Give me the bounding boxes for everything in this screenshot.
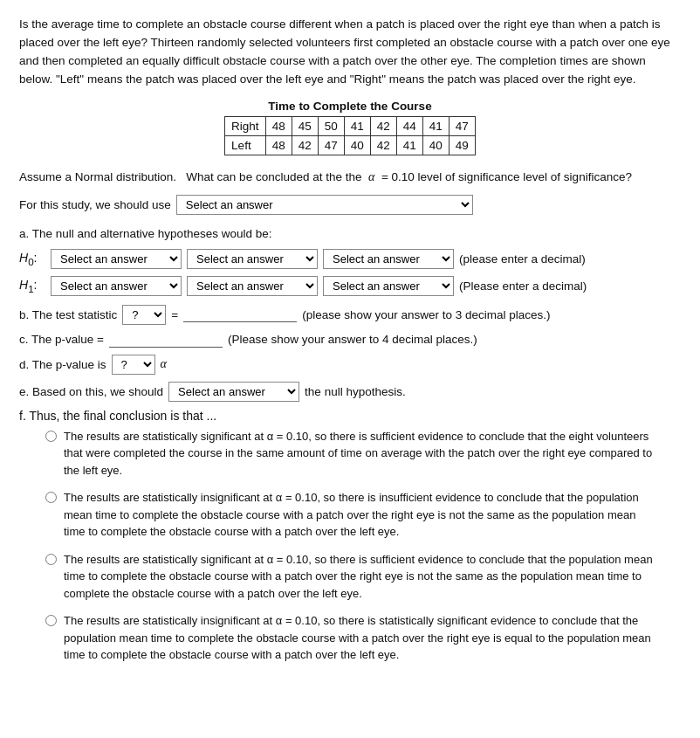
pvalue-input[interactable] xyxy=(109,332,223,348)
h0-label: H0: xyxy=(19,251,45,267)
radio-opt2-label[interactable]: The results are statistically insignific… xyxy=(64,489,657,541)
right-val-4: 41 xyxy=(344,116,370,135)
section-e-suffix: the null hypothesis. xyxy=(305,385,406,398)
section-e-label: e. Based on this, we should xyxy=(19,385,163,398)
null-hyp-select[interactable]: Select an answer reject fail to reject a… xyxy=(168,382,299,402)
right-val-5: 42 xyxy=(370,116,396,135)
h1-note: (Please enter a decimal) xyxy=(459,279,587,293)
left-val-5: 42 xyxy=(370,135,396,155)
normal-dist-text3: = 0.10 level of significance level of si… xyxy=(381,170,632,183)
normal-dist-text2: What can be concluded at the the xyxy=(186,170,361,183)
h1-row: H1: Select an answer μdμ1μ2 Select an an… xyxy=(19,276,681,296)
h1-select-3[interactable]: Select an answer 01 xyxy=(323,276,454,296)
section-c-row: c. The p-value = (Please show your answe… xyxy=(19,332,681,348)
radio-option-4: The results are statistically insignific… xyxy=(45,612,681,664)
radio-option-2: The results are statistically insignific… xyxy=(45,489,681,541)
h1-select-1[interactable]: Select an answer μdμ1μ2 xyxy=(51,276,182,296)
test-stat-input[interactable] xyxy=(183,307,297,322)
alpha-symbol: α xyxy=(368,170,374,183)
table-section: Time to Complete the Course Right 48 45 … xyxy=(19,100,681,155)
left-val-2: 42 xyxy=(292,135,318,155)
h0-select-3[interactable]: Select an answer 01 xyxy=(323,249,454,269)
right-val-2: 45 xyxy=(292,116,318,135)
left-val-1: 48 xyxy=(265,135,292,155)
right-val-3: 50 xyxy=(318,116,344,135)
radio-opt4[interactable] xyxy=(45,615,57,626)
data-table: Right 48 45 50 41 42 44 41 47 Left 48 42… xyxy=(224,116,476,155)
radio-opt1[interactable] xyxy=(45,431,57,442)
h1-select-2[interactable]: Select an answer =≠<>≤≥ xyxy=(187,276,318,296)
radio-opt3[interactable] xyxy=(45,554,57,565)
right-val-6: 44 xyxy=(396,116,422,135)
radio-options-container: The results are statistically significan… xyxy=(19,428,681,664)
radio-option-1: The results are statistically significan… xyxy=(45,428,681,479)
section-d-alpha: α xyxy=(161,357,167,371)
radio-opt3-label[interactable]: The results are statistically significan… xyxy=(64,551,657,603)
left-val-6: 41 xyxy=(396,135,422,155)
right-val-8: 47 xyxy=(449,116,475,135)
study-use-row: For this study, we should use Select an … xyxy=(19,195,681,215)
h1-label: H1: xyxy=(19,278,45,294)
h0-sub: 0 xyxy=(28,256,33,267)
section-c-label: c. The p-value = xyxy=(19,333,104,346)
normal-dist-text1: Assume a Normal distribution. xyxy=(19,170,176,183)
section-b-row: b. The test statistic ? tzFχ² = (please … xyxy=(19,305,681,325)
normal-dist-text: Assume a Normal distribution. What can b… xyxy=(19,168,681,186)
radio-opt4-label[interactable]: The results are statistically insignific… xyxy=(64,612,657,664)
right-val-7: 41 xyxy=(422,116,449,135)
study-use-label: For this study, we should use xyxy=(19,198,171,211)
radio-option-3: The results are statistically significan… xyxy=(45,551,681,603)
test-stat-select[interactable]: ? tzFχ² xyxy=(122,305,166,325)
h0-select-1[interactable]: Select an answer μdμ1μ2 xyxy=(51,249,182,269)
h0-note: (please enter a decimal) xyxy=(459,252,586,266)
section-a: a. The null and alternative hypotheses w… xyxy=(19,227,681,296)
left-val-3: 47 xyxy=(318,135,344,155)
section-e-row: e. Based on this, we should Select an an… xyxy=(19,382,681,402)
intro-text: Is the average time to complete an obsta… xyxy=(19,16,681,89)
section-c-note: (Please show your answer to 4 decimal pl… xyxy=(228,333,477,346)
pvalue-compare-select[interactable]: ? > < = ≥ ≤ xyxy=(112,355,155,375)
left-val-4: 40 xyxy=(344,135,370,155)
left-val-8: 49 xyxy=(449,135,475,155)
radio-opt2[interactable] xyxy=(45,492,57,503)
h0-row: H0: Select an answer μdμ1μ2 Select an an… xyxy=(19,249,681,269)
section-d-label: d. The p-value is xyxy=(19,358,106,371)
table-title: Time to Complete the Course xyxy=(19,100,681,113)
row-label-left: Left xyxy=(225,135,266,155)
row-label-right: Right xyxy=(225,116,266,135)
section-a-title: a. The null and alternative hypotheses w… xyxy=(19,227,681,240)
right-val-1: 48 xyxy=(265,116,292,135)
h1-sub: 1 xyxy=(28,283,33,294)
radio-opt1-label[interactable]: The results are statistically significan… xyxy=(64,428,657,479)
h0-select-2[interactable]: Select an answer =≠<>≤≥ xyxy=(187,249,318,269)
section-b-label: b. The test statistic xyxy=(19,308,117,321)
equals-label: = xyxy=(171,308,178,321)
section-b-note: (please show your answer to 3 decimal pl… xyxy=(302,308,550,321)
section-d-row: d. The p-value is ? > < = ≥ ≤ α xyxy=(19,355,681,375)
section-f-title-row: f. Thus, the final conclusion is that ..… xyxy=(19,409,681,423)
study-use-select[interactable]: Select an answer paired t-test independe… xyxy=(176,195,473,215)
section-f-label: f. Thus, the final conclusion is that ..… xyxy=(19,409,216,423)
left-val-7: 40 xyxy=(422,135,449,155)
